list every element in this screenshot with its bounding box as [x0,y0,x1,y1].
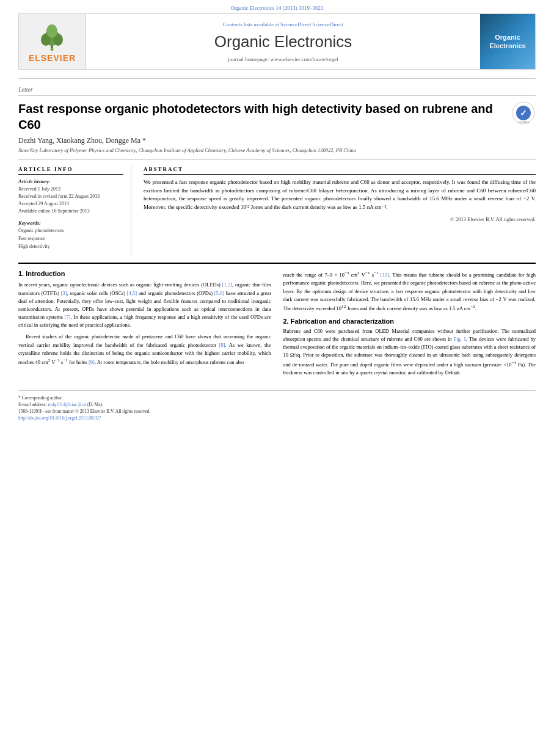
section1-right-body: reach the range of 7–9 × 10−3 cm2 V−1 s−… [283,270,536,313]
abstract-text: We presented a fast response organic pho… [144,178,536,211]
ref-7: [7] [65,314,71,320]
elsevier-tree-icon: 🌳 [32,20,72,51]
article-info-heading: ARTICLE INFO [18,166,123,175]
history-label: Article history: [18,178,123,184]
ref-10: [10] [381,272,389,278]
header-banner: 🌳 ELSEVIER Contents lists available at S… [18,13,536,70]
journal-homepage: journal homepage: www.elsevier.com/locat… [228,56,338,62]
main-right-col: reach the range of 7–9 × 10−3 cm2 V−1 s−… [283,270,536,380]
page: Organic Electronics 14 (2013) 3019–3023 … [0,0,554,756]
keywords-label: Keywords: [18,220,123,226]
abstract-heading: ABSTRACT [144,166,536,175]
doi-link[interactable]: http://dx.doi.org/10.1016/j.orgel.2013.0… [18,415,536,421]
available-date: Available online 16 September 2013 [18,208,123,215]
svg-text:✓: ✓ [520,109,527,118]
article-title: Fast response organic photodetectors wit… [18,101,505,133]
section1-right-para1: reach the range of 7–9 × 10−3 cm2 V−1 s−… [283,270,536,313]
journal-citation: Organic Electronics 14 (2013) 3019–3023 [0,0,554,13]
footnote-email: E-mail address: mdg1014@ciac.jl.cn (D. M… [18,401,536,408]
article-history: Article history: Received 1 July 2013 Re… [18,178,123,215]
svg-point-4 [46,24,57,38]
accepted-date: Accepted 29 August 2013 [18,200,123,208]
section2-para1: Rubrene and C60 were purchased from OLED… [283,327,536,377]
section2-body: Rubrene and C60 were purchased from OLED… [283,327,536,377]
journal-title: Organic Electronics [214,32,352,51]
section1-para2: Recent studies of the organic photodetec… [18,333,271,366]
article-info-col: ARTICLE INFO Article history: Received 1… [18,166,131,255]
footnote-star: * Corresponding author. [18,394,536,401]
section1-para1: In recent years, organic optoelectronic … [18,281,271,329]
keywords-group: Keywords: Organic photodetectors Fast re… [18,220,123,250]
ref-8: [8] [219,342,225,348]
ref-1-2: [1,2] [222,282,232,288]
elsevier-brand-text: ELSEVIER [29,53,76,63]
keyword-3: High detectivity [18,243,123,251]
section2-title: 2. Fabrication and characterization [283,318,536,325]
article-header: Letter Fast response organic photodetect… [18,86,536,153]
ref-fig1: Fig. 1 [453,336,466,342]
keyword-1: Organic photodetectors [18,227,123,235]
authors: Dezhi Yang, Xiaokang Zhou, Dongge Ma * [18,136,536,145]
keyword-2: Fast response [18,235,123,243]
affiliation: State Key Laboratory of Polymer Physics … [18,147,536,153]
article-info-abstract-layout: ARTICLE INFO Article history: Received 1… [18,159,536,255]
section1-body: In recent years, organic optoelectronic … [18,281,271,366]
article-type-label: Letter [18,86,536,96]
section1-title: 1. Introduction [18,270,271,277]
journal-header: 🌳 ELSEVIER Contents lists available at S… [18,13,536,79]
oe-logo-text: Organic Electronics [489,33,525,51]
ref-3: [3] [61,290,67,296]
svg-text:🌳: 🌳 [50,48,54,51]
page-footer: * Corresponding author. E-mail address: … [18,390,536,421]
received-date: Received 1 July 2013 [18,186,123,193]
abstract-col: ABSTRACT We presented a fast response or… [144,166,536,255]
elsevier-logo: 🌳 ELSEVIER [19,14,86,69]
journal-logo-right: Organic Electronics [480,14,535,69]
main-content: 1. Introduction In recent years, organic… [18,263,536,380]
author-email-link[interactable]: mdg1014@ciac.jl.cn [48,402,86,407]
copyright-line: © 2013 Elsevier B.V. All rights reserved… [144,216,536,222]
article-title-row: Fast response organic photodetectors wit… [18,101,536,133]
header-center: Contents lists available at ScienceDirec… [86,14,480,69]
ref-5-6: [5,6] [214,290,224,296]
ref-4-5: [4,5] [127,290,137,296]
ref-9: [9] [89,359,95,365]
revised-date: Received in revised form 22 August 2013 [18,193,123,200]
svg-text:CrossMark: CrossMark [518,120,529,123]
sciencedirect-link: Contents lists available at ScienceDirec… [223,21,344,27]
issn-line: 1566-1199/$ - see front matter © 2013 El… [18,408,536,415]
crossmark-icon: ✓ CrossMark [511,101,536,125]
main-left-col: 1. Introduction In recent years, organic… [18,270,271,380]
